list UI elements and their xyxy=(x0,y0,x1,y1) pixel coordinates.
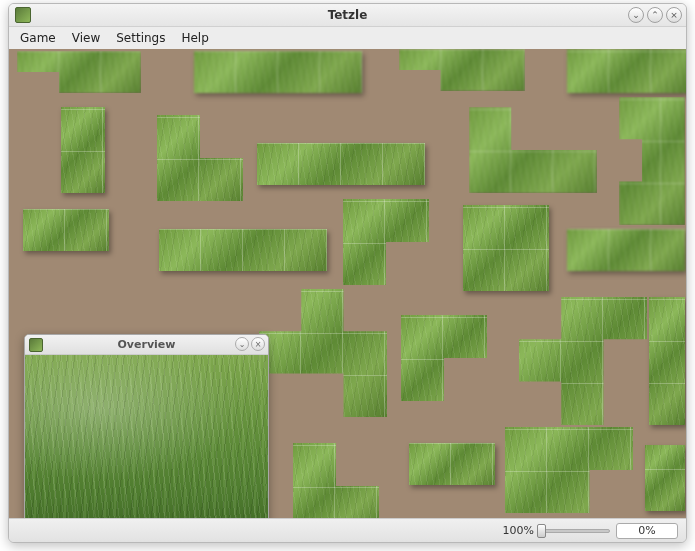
app-icon xyxy=(15,7,31,23)
puzzle-piece[interactable] xyxy=(567,49,686,93)
overview-close-button[interactable]: × xyxy=(251,337,265,351)
overview-window[interactable]: Overview ⌄ × xyxy=(24,334,269,518)
statusbar: 100% 0% xyxy=(9,518,686,542)
overview-app-icon xyxy=(29,338,43,352)
progress-indicator: 0% xyxy=(616,523,678,539)
overview-controls: ⌄ × xyxy=(235,337,265,351)
zoom-slider-thumb[interactable] xyxy=(537,524,546,538)
overview-image xyxy=(25,355,268,518)
puzzle-piece[interactable] xyxy=(519,297,647,425)
window-title: Tetzle xyxy=(9,8,686,22)
app-window: Tetzle ⌄ ⌃ × Game View Settings Help xyxy=(8,3,687,543)
puzzle-piece[interactable] xyxy=(567,229,685,271)
puzzle-piece[interactable] xyxy=(257,143,425,185)
puzzle-piece[interactable] xyxy=(293,443,379,518)
puzzle-piece[interactable] xyxy=(157,115,243,201)
menu-help[interactable]: Help xyxy=(174,29,215,47)
overview-shade-button[interactable]: ⌄ xyxy=(235,337,249,351)
puzzle-piece[interactable] xyxy=(399,49,525,91)
menu-view[interactable]: View xyxy=(65,29,107,47)
puzzle-piece[interactable] xyxy=(505,427,633,513)
puzzle-piece[interactable] xyxy=(469,107,597,193)
minimize-button[interactable]: ⌄ xyxy=(628,7,644,23)
puzzle-piece[interactable] xyxy=(17,51,141,93)
puzzle-piece[interactable] xyxy=(409,443,495,485)
puzzle-piece[interactable] xyxy=(194,51,362,93)
puzzle-piece[interactable] xyxy=(463,205,549,291)
menubar: Game View Settings Help xyxy=(9,27,686,49)
puzzle-piece[interactable] xyxy=(61,107,105,193)
titlebar[interactable]: Tetzle ⌄ ⌃ × xyxy=(9,4,686,27)
puzzle-piece[interactable] xyxy=(645,445,685,511)
zoom-slider[interactable] xyxy=(540,529,610,533)
overview-title: Overview xyxy=(25,338,268,351)
overview-titlebar[interactable]: Overview ⌄ × xyxy=(25,335,268,355)
puzzle-piece[interactable] xyxy=(619,97,685,225)
puzzle-canvas[interactable]: Overview ⌄ × xyxy=(9,49,686,518)
zoom-label: 100% xyxy=(503,524,534,537)
maximize-button[interactable]: ⌃ xyxy=(647,7,663,23)
close-button[interactable]: × xyxy=(666,7,682,23)
puzzle-piece[interactable] xyxy=(259,289,387,417)
window-controls: ⌄ ⌃ × xyxy=(628,7,682,23)
puzzle-piece[interactable] xyxy=(401,315,487,401)
menu-settings[interactable]: Settings xyxy=(109,29,172,47)
progress-label: 0% xyxy=(638,524,655,537)
puzzle-piece[interactable] xyxy=(23,209,109,251)
puzzle-piece[interactable] xyxy=(159,229,327,271)
menu-game[interactable]: Game xyxy=(13,29,63,47)
puzzle-piece[interactable] xyxy=(343,199,429,285)
puzzle-piece[interactable] xyxy=(649,297,685,425)
